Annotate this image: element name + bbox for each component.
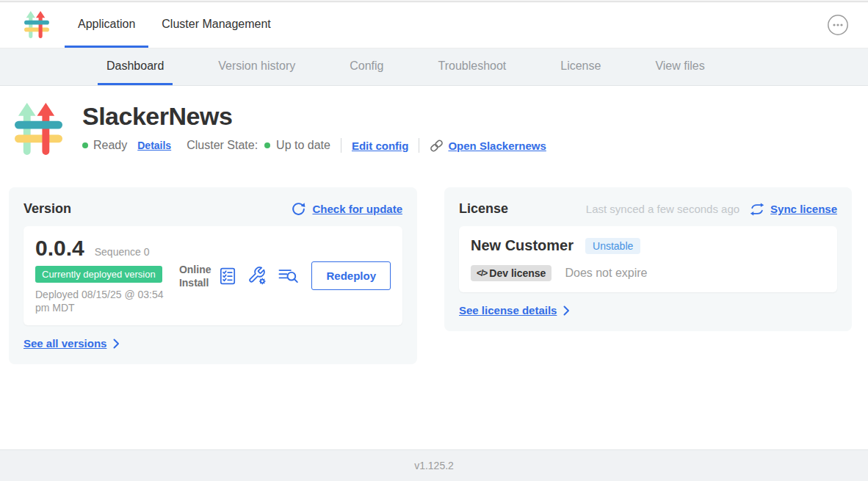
file-search-icon[interactable] bbox=[278, 267, 300, 285]
chevron-right-icon bbox=[563, 305, 570, 316]
preflight-checklist-icon[interactable] bbox=[218, 267, 237, 286]
cluster-state-label: Cluster State: bbox=[187, 139, 258, 152]
see-all-versions-link[interactable]: See all versions bbox=[23, 337, 106, 350]
customer-row: New Customer Unstable bbox=[471, 237, 825, 254]
last-synced-text: Last synced a few seconds ago bbox=[586, 203, 739, 215]
app-status-row: Ready Details Cluster State: Up to date … bbox=[82, 138, 546, 153]
sequence-label: Sequence 0 bbox=[95, 246, 150, 258]
license-meta-row: </> Dev license Does not expire bbox=[471, 265, 825, 281]
check-for-update-link[interactable]: Check for update bbox=[312, 203, 402, 215]
install-type-label: Online Install bbox=[179, 263, 211, 289]
version-card-title: Version bbox=[23, 201, 71, 217]
top-nav-tabs: Application Cluster Management bbox=[65, 2, 284, 48]
admin-console-version: v1.125.2 bbox=[414, 460, 454, 471]
subtab-config[interactable]: Config bbox=[341, 48, 392, 85]
ellipsis-menu-icon bbox=[827, 14, 849, 36]
app-status-text: Ready bbox=[93, 139, 127, 152]
tab-application[interactable]: Application bbox=[65, 2, 148, 48]
customer-name: New Customer bbox=[471, 237, 574, 254]
current-version-panel: 0.0.4 Sequence 0 Currently deployed vers… bbox=[23, 226, 402, 325]
version-card: Version Check for update 0.0.4 Sequ bbox=[9, 187, 417, 364]
deployed-timestamp: Deployed 08/15/25 @ 03:54 pm MDT bbox=[35, 288, 179, 314]
redeploy-button[interactable]: Redeploy bbox=[311, 261, 391, 290]
dashboard-cards: Version Check for update 0.0.4 Sequ bbox=[0, 162, 868, 364]
chevron-right-icon bbox=[113, 339, 120, 349]
version-info: 0.0.4 Sequence 0 Currently deployed vers… bbox=[35, 237, 179, 314]
subtab-version-history-label: Version history bbox=[218, 59, 295, 73]
app-header: SlackerNews Ready Details Cluster State:… bbox=[0, 86, 868, 162]
edit-config-link[interactable]: Edit config bbox=[352, 140, 409, 152]
app-status-dot bbox=[82, 142, 88, 148]
tab-cluster-management-label: Cluster Management bbox=[162, 18, 271, 31]
expiration-text: Does not expire bbox=[565, 267, 647, 280]
app-logo-large bbox=[15, 101, 62, 162]
channel-badge: Unstable bbox=[585, 238, 640, 254]
code-icon: </> bbox=[477, 268, 487, 278]
cluster-state-value: Up to date bbox=[276, 139, 330, 152]
see-license-details-link[interactable]: See license details bbox=[459, 304, 557, 317]
version-number-row: 0.0.4 Sequence 0 bbox=[35, 237, 179, 259]
cluster-state-dot bbox=[264, 142, 270, 148]
version-number: 0.0.4 bbox=[35, 237, 84, 259]
tab-application-label: Application bbox=[78, 18, 135, 31]
top-nav: Application Cluster Management bbox=[0, 2, 868, 48]
open-app-link[interactable]: Open Slackernews bbox=[448, 140, 546, 152]
sync-license-action: Last synced a few seconds ago Sync licen… bbox=[586, 202, 837, 217]
details-link[interactable]: Details bbox=[137, 140, 171, 151]
divider bbox=[341, 138, 341, 153]
link-chain-icon bbox=[430, 139, 444, 153]
app-sub-nav: Dashboard Version history Config Trouble… bbox=[0, 48, 868, 86]
subtab-dashboard[interactable]: Dashboard bbox=[98, 48, 173, 85]
sync-license-link[interactable]: Sync license bbox=[770, 203, 837, 215]
slackernews-logo-icon bbox=[24, 10, 49, 40]
subtab-config-label: Config bbox=[350, 59, 383, 73]
subtab-view-files[interactable]: View files bbox=[646, 48, 713, 85]
subtab-troubleshoot[interactable]: Troubleshoot bbox=[429, 48, 515, 85]
config-wrench-gear-icon[interactable] bbox=[247, 266, 267, 286]
license-card: License Last synced a few seconds ago Sy… bbox=[444, 187, 852, 331]
page-title: SlackerNews bbox=[82, 103, 546, 130]
overflow-menu-button[interactable] bbox=[827, 14, 849, 36]
footer: v1.125.2 bbox=[0, 449, 868, 481]
app-logo-small bbox=[24, 10, 49, 40]
check-for-update-action[interactable]: Check for update bbox=[291, 201, 402, 217]
license-type-label: Dev license bbox=[489, 267, 546, 279]
subtab-troubleshoot-label: Troubleshoot bbox=[438, 59, 506, 73]
subtab-version-history[interactable]: Version history bbox=[209, 48, 304, 85]
refresh-icon bbox=[291, 201, 306, 217]
license-card-header: License Last synced a few seconds ago Sy… bbox=[459, 201, 837, 217]
license-type-badge: </> Dev license bbox=[471, 265, 551, 281]
version-card-header: Version Check for update bbox=[23, 201, 402, 217]
license-details-panel: New Customer Unstable </> Dev license Do… bbox=[459, 226, 837, 292]
subtab-dashboard-label: Dashboard bbox=[106, 59, 164, 73]
see-all-versions-row: See all versions bbox=[23, 337, 402, 350]
main-content: SlackerNews Ready Details Cluster State:… bbox=[0, 86, 868, 364]
see-license-details-row: See license details bbox=[459, 304, 837, 317]
slackernews-logo-icon bbox=[15, 101, 62, 159]
deployed-status-badge: Currently deployed version bbox=[35, 266, 162, 283]
app-header-text: SlackerNews Ready Details Cluster State:… bbox=[82, 101, 546, 162]
subtab-view-files-label: View files bbox=[655, 59, 704, 73]
sync-arrows-icon bbox=[750, 202, 764, 217]
license-card-title: License bbox=[459, 201, 508, 217]
subtab-license[interactable]: License bbox=[551, 48, 610, 85]
subtab-license-label: License bbox=[560, 59, 601, 73]
tab-cluster-management[interactable]: Cluster Management bbox=[148, 2, 284, 48]
divider bbox=[419, 138, 419, 153]
version-actions: Online Install bbox=[179, 261, 391, 290]
